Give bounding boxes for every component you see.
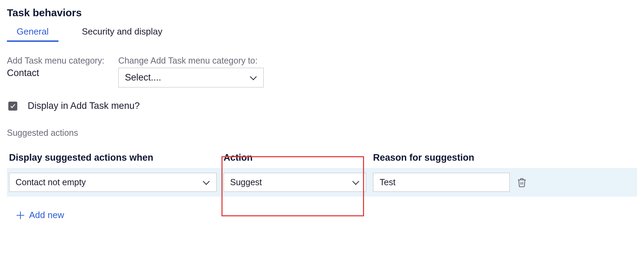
header-when: Display suggested actions when — [7, 152, 215, 163]
header-reason: Reason for suggestion — [371, 152, 637, 163]
when-select[interactable]: Contact not empty — [9, 173, 217, 192]
delete-row-button[interactable] — [517, 177, 527, 188]
table-row: Contact not empty Suggest — [7, 168, 637, 197]
tab-general[interactable]: General — [7, 25, 58, 42]
plus-icon — [17, 211, 24, 219]
when-select-value: Contact not empty — [16, 177, 86, 187]
suggested-actions-label: Suggested actions — [7, 128, 637, 138]
suggested-actions-table: Display suggested actions when Action Re… — [7, 152, 637, 197]
category-field: Add Task menu category: Contact — [7, 56, 105, 78]
reason-input[interactable] — [373, 173, 510, 192]
change-category-label: Change Add Task menu category to: — [118, 56, 264, 66]
header-action: Action — [221, 152, 364, 163]
change-category-select-value: Select.... — [125, 72, 161, 83]
category-label: Add Task menu category: — [7, 56, 105, 66]
trash-icon — [517, 177, 527, 188]
chevron-down-icon — [250, 73, 257, 80]
change-category-select[interactable]: Select.... — [118, 68, 264, 87]
category-value: Contact — [7, 68, 105, 78]
action-select-value: Suggest — [230, 177, 262, 187]
add-new-button[interactable]: Add new — [17, 210, 637, 220]
display-checkbox-row: Display in Add Task menu? — [7, 101, 637, 111]
tabs-container: General Security and display — [7, 25, 637, 42]
reason-input-wrap — [373, 173, 510, 192]
table-header: Display suggested actions when Action Re… — [7, 152, 637, 163]
page-title: Task behaviors — [7, 7, 637, 19]
chevron-down-icon — [352, 178, 359, 185]
tab-security-and-display[interactable]: Security and display — [72, 25, 172, 42]
check-icon — [10, 103, 16, 109]
display-checkbox[interactable] — [8, 102, 17, 111]
change-category-field: Change Add Task menu category to: Select… — [118, 56, 264, 87]
category-row: Add Task menu category: Contact Change A… — [7, 56, 637, 87]
action-select[interactable]: Suggest — [224, 173, 366, 192]
chevron-down-icon — [203, 178, 210, 185]
display-checkbox-label: Display in Add Task menu? — [28, 101, 140, 111]
add-new-label: Add new — [29, 210, 64, 220]
